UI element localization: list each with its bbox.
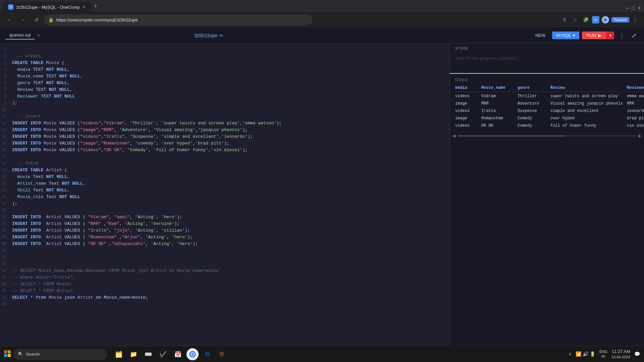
bookmark-button[interactable]: ☆ bbox=[571, 15, 580, 24]
sys-tray-icons: 📶 🔊 🔋 bbox=[576, 351, 595, 357]
battery-icon[interactable]: 🔋 bbox=[590, 351, 595, 357]
add-tab-button[interactable]: + bbox=[37, 33, 40, 39]
run-button[interactable]: RUN ▶ bbox=[582, 32, 606, 39]
time-display: 11:27 AM bbox=[611, 349, 630, 355]
keyboard-icon[interactable]: ⌨️ bbox=[142, 348, 154, 360]
stdin-input-area[interactable]: Input for the program ( Optional ) bbox=[450, 53, 644, 73]
output-header-row: media Movie_name genre Review Reviewer m… bbox=[455, 84, 644, 92]
output-wrapper: Output: media Movie_name genre Review Re… bbox=[450, 74, 644, 362]
code-line: 4 media TEXT NOT NULL, bbox=[0, 66, 449, 73]
back-button[interactable]: ← bbox=[4, 14, 15, 25]
right-panel: STDIN Input for the program ( Optional )… bbox=[449, 44, 644, 362]
new-button[interactable]: NEW bbox=[531, 32, 549, 39]
search-nav-button[interactable]: ⚲ bbox=[560, 15, 569, 24]
code-line: 17 bbox=[0, 154, 449, 160]
scroll-left-button[interactable]: ◀ bbox=[452, 133, 455, 138]
output-content: media Movie_name genre Review Reviewer m… bbox=[450, 84, 644, 129]
code-line: 16INSERT INTO Movie VALUES ("videos","OK… bbox=[0, 147, 449, 154]
output-data-row: image Romancham Comedy over hyped brad p… bbox=[455, 115, 644, 122]
windows-logo-icon bbox=[4, 350, 11, 357]
code-line: 3CREATE TABLE Movie ( bbox=[0, 60, 449, 66]
volume-icon[interactable]: 🔊 bbox=[583, 351, 588, 357]
nav-bar: ← → ↺ 🔒 https://onecompiler.com/mysql/3z… bbox=[0, 12, 644, 27]
chevron-up-icon[interactable]: ∧ bbox=[569, 352, 572, 356]
output-table[interactable]: media Movie_name genre Review Reviewer m… bbox=[450, 84, 644, 132]
start-button[interactable] bbox=[4, 350, 11, 358]
mysql-select-button[interactable]: MYSQL ▾ bbox=[552, 32, 579, 39]
code-line: 39 bbox=[0, 301, 449, 308]
notification-icon[interactable]: 💬 bbox=[634, 351, 640, 357]
paused-button[interactable]: Paused bbox=[611, 17, 629, 22]
security-icon[interactable]: ⛨ bbox=[216, 348, 228, 360]
code-line: 36-- SELECT * FROM Movie; bbox=[0, 281, 449, 288]
expand-button[interactable]: ⤢ bbox=[630, 31, 639, 41]
extensions-button[interactable]: 🧩 bbox=[581, 15, 591, 24]
code-line: 13INSERT INTO Movie VALUES ("image","RRR… bbox=[0, 127, 449, 133]
taskbar-right: ∧ 📶 🔊 🔋 ENG IN 11:27 AM 13-04-2023 💬 bbox=[569, 349, 640, 360]
scroll-thumb bbox=[458, 135, 565, 136]
app-title: 3z5h22upe ✏ bbox=[194, 33, 223, 38]
edit-title-icon[interactable]: ✏ bbox=[219, 33, 223, 38]
code-line: 19CREATE TABLE Artist ( bbox=[0, 167, 449, 174]
code-line: 26INSERT INTO Artist VALUES ( "Vikram", … bbox=[0, 214, 449, 221]
code-line: 9); bbox=[0, 100, 449, 107]
language-indicator[interactable]: ENG IN bbox=[599, 349, 607, 359]
run-dropdown-button[interactable]: ▾ bbox=[606, 32, 614, 39]
file-explorer-icon[interactable]: 🗂️ bbox=[113, 348, 125, 360]
app-header: queries.sql + 3z5h22upe ✏ NEW MYSQL ▾ RU… bbox=[0, 27, 644, 44]
mysql-label: MYSQL bbox=[556, 33, 572, 38]
mysql-arrow-icon: ▾ bbox=[573, 33, 575, 38]
output-data-row: image RRR Adventure Visual amazing jaoqu… bbox=[455, 100, 644, 107]
region-text: IN bbox=[599, 354, 607, 359]
calendar-icon[interactable]: 📅 bbox=[172, 348, 184, 360]
code-line: 29INSERT INTO Artist VALUES ( "Romancham… bbox=[0, 234, 449, 241]
stdin-placeholder: Input for the program ( Optional ) bbox=[455, 56, 519, 61]
new-tab-button[interactable]: + bbox=[91, 1, 100, 11]
col-media: media bbox=[455, 84, 479, 92]
code-line: 37-- SELECT * FROM Artist; bbox=[0, 288, 449, 294]
code-line: 32 bbox=[0, 254, 449, 261]
vscode-icon[interactable]: ⧉ bbox=[201, 348, 213, 360]
forward-button[interactable]: → bbox=[17, 14, 28, 25]
date-display: 13-04-2023 bbox=[611, 355, 630, 360]
svg-point-6 bbox=[191, 353, 194, 356]
tab-favicon: O bbox=[8, 4, 13, 10]
lock-icon: 🔒 bbox=[48, 17, 54, 22]
folder-icon[interactable]: 📁 bbox=[127, 348, 140, 360]
taskbar-icons: 🗂️ 📁 ⌨️ ✔️ 📅 ⧉ ⛨ bbox=[113, 348, 228, 360]
code-line: 35-- where movie="Iratta"; bbox=[0, 274, 449, 281]
search-icon: 🔍 bbox=[18, 352, 23, 357]
chrome-icon[interactable] bbox=[186, 348, 199, 360]
stdin-section: STDIN Input for the program ( Optional ) bbox=[450, 44, 644, 74]
profile-button[interactable]: A bbox=[601, 15, 610, 24]
mysql-button-group: MYSQL ▾ bbox=[552, 32, 579, 39]
code-editor[interactable]: 1 2 -- create 3CREATE TABLE Movie ( 4 me… bbox=[0, 44, 449, 362]
clock[interactable]: 11:27 AM 13-04-2023 bbox=[611, 349, 630, 360]
col-genre: genre bbox=[518, 84, 548, 92]
maximize-button[interactable]: □ bbox=[632, 5, 635, 11]
more-options-button[interactable]: ⋮ bbox=[631, 15, 640, 24]
code-line: 28INSERT INTO Artist VALUES ( "Iratta", … bbox=[0, 227, 449, 234]
ext-badge: 16 bbox=[592, 16, 599, 23]
scroll-right-button[interactable]: ▶ bbox=[638, 133, 641, 138]
code-line: 12INSERT INTO Movie VALUES ("videos","Vi… bbox=[0, 120, 449, 127]
close-window-button[interactable]: ✕ bbox=[637, 5, 641, 11]
minimize-button[interactable]: ─ bbox=[626, 5, 629, 11]
address-bar[interactable]: 🔒 https://onecompiler.com/mysql/3z5h22up… bbox=[44, 14, 313, 25]
search-bar[interactable]: 🔍 Search bbox=[13, 349, 107, 360]
chrome-logo-icon bbox=[189, 351, 196, 358]
tasks-icon[interactable]: ✔️ bbox=[157, 348, 169, 360]
svg-rect-3 bbox=[8, 354, 11, 357]
code-line: 30INSERT INTO Artist VALUES ( "OK OK" ,"… bbox=[0, 241, 449, 247]
tab-close-button[interactable]: ✕ bbox=[83, 5, 86, 9]
file-tab[interactable]: queries.sql bbox=[5, 31, 35, 40]
reload-button[interactable]: ↺ bbox=[31, 14, 42, 25]
wifi-icon[interactable]: 📶 bbox=[576, 351, 581, 357]
code-line: 2 -- create bbox=[0, 53, 449, 60]
code-line: 8 Reviewer TEXT NOT NULL bbox=[0, 93, 449, 100]
active-tab[interactable]: O 3z5h22upe - MySQL - OneComp ✕ bbox=[3, 2, 91, 12]
code-line: 25 bbox=[0, 207, 449, 214]
output-scroll-bar[interactable]: ◀ ▶ bbox=[450, 132, 644, 139]
code-line: 7 Review TEXT NOT NULL, bbox=[0, 86, 449, 93]
app-more-button[interactable]: ⋮ bbox=[617, 31, 627, 41]
